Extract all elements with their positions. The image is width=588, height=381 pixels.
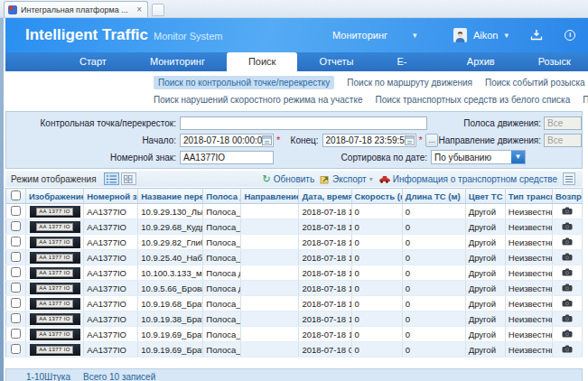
plate-photo-thumbnail[interactable]: AA 1377 IO	[30, 298, 80, 310]
cell-plate-image[interactable]: AA 1377 IO	[26, 265, 84, 281]
nav-tab-monitoring[interactable]: Мониторинг	[128, 52, 227, 71]
row-checkbox[interactable]	[11, 206, 21, 216]
col-image[interactable]: Изображение н	[26, 189, 84, 204]
refresh-button[interactable]: ↻ Обновить	[263, 173, 315, 185]
vehicle-info-button[interactable]: Информация о транспортном средстве	[378, 174, 557, 184]
cell-playback[interactable]	[552, 296, 582, 311]
table-row[interactable]: AA 1377 IO AA1377IO 10.9.19.68_Братисл П…	[6, 296, 583, 311]
cell-playback[interactable]	[552, 235, 582, 250]
row-checkbox[interactable]	[11, 283, 21, 293]
cell-playback[interactable]	[552, 250, 582, 265]
cell-plate-image[interactable]: AA 1377 IO	[26, 327, 84, 342]
col-plate[interactable]: Номерной знак	[84, 189, 138, 204]
row-checkbox[interactable]	[11, 329, 21, 339]
col-intersection[interactable]: Название перекр	[138, 189, 203, 204]
table-row[interactable]: AA 1377 IO AA1377IO 10.9.25.40_Набере По…	[6, 250, 583, 265]
row-checkbox[interactable]	[11, 221, 21, 231]
cell-plate-image[interactable]: AA 1377 IO	[26, 235, 84, 250]
cell-plate-image[interactable]: AA 1377 IO	[26, 342, 84, 358]
user-name[interactable]: Aikon	[473, 30, 499, 41]
table-settings-icon[interactable]	[563, 172, 575, 185]
plate-photo-thumbnail[interactable]: AA 1377 IO	[30, 252, 80, 264]
cell-playback[interactable]	[552, 281, 582, 296]
cell-playback[interactable]	[552, 204, 582, 219]
user-menu-chevron-icon[interactable]: ▾	[504, 31, 509, 40]
subnav-link-traffic-events[interactable]: Поиск события трафика	[583, 95, 588, 105]
nav-tab-emap[interactable]: Е-Карта	[375, 52, 444, 71]
export-dropdown-icon[interactable]: ▾	[369, 175, 373, 183]
subnav-link-whitelist[interactable]: Поиск транспортных средств из белого спи…	[375, 95, 570, 105]
plate-photo-thumbnail[interactable]: AA 1377 IO	[30, 221, 80, 233]
plate-photo-thumbnail[interactable]: AA 1377 IO	[30, 267, 80, 279]
col-length[interactable]: Длина ТС (м)	[402, 189, 465, 204]
col-speed[interactable]: Скорость (км/	[351, 189, 402, 204]
nav-tab-wanted[interactable]: Розыск	[517, 52, 588, 71]
browser-tab[interactable]: Интегральная платформа ... ×	[4, 1, 148, 17]
user-area: Aikon ▾ i	[453, 28, 575, 42]
module-selector[interactable]: Мониторинг ▾	[332, 30, 417, 41]
info-icon[interactable]: i	[565, 30, 575, 41]
nav-tab-reports[interactable]: Отчеты	[297, 52, 375, 71]
cell-playback[interactable]	[552, 327, 582, 342]
subnav-link-speed-violations[interactable]: Поиск нарушений скоростного режима на уч…	[154, 95, 362, 105]
plate-photo-thumbnail[interactable]: AA 1377 IO	[30, 344, 80, 356]
plate-photo-thumbnail[interactable]: AA 1377 IO	[30, 237, 80, 248]
row-checkbox[interactable]	[11, 267, 21, 277]
table-row[interactable]: AA 1377 IO AA1377IO 10.9.29.68_Кудрявс П…	[6, 219, 583, 235]
plate-photo-thumbnail[interactable]: AA 1377 IO	[30, 329, 80, 340]
export-button[interactable]: Экспорт ▾	[320, 174, 373, 184]
table-row[interactable]: AA 1377 IO AA1377IO 10.9.5.66_Броварс По…	[6, 281, 583, 296]
new-tab-button[interactable]	[152, 4, 164, 16]
row-checkbox[interactable]	[11, 252, 21, 262]
cell-plate-image[interactable]: AA 1377 IO	[26, 219, 84, 235]
table-row[interactable]: AA 1377 IO AA1377IO 10.9.19.69_Братисл П…	[6, 342, 583, 358]
subnav-link-route-search[interactable]: Поиск по маршруту движения	[347, 78, 472, 88]
col-lane[interactable]: Полоса дв	[203, 189, 241, 204]
table-row[interactable]: AA 1377 IO AA1377IO 10.9.19.38_Братисл П…	[6, 311, 583, 327]
col-direction[interactable]: Направление	[241, 189, 299, 204]
row-checkbox[interactable]	[11, 313, 21, 323]
subnav-link-wanted-events[interactable]: Поиск событий розыска	[485, 78, 585, 88]
cell-playback[interactable]	[552, 265, 582, 281]
col-color[interactable]: Цвет ТС	[465, 189, 505, 204]
cell-plate-image[interactable]: AA 1377 IO	[26, 296, 84, 311]
checkpoint-input[interactable]	[180, 116, 427, 130]
download-icon[interactable]	[530, 29, 543, 42]
more-options-button[interactable]: ...	[425, 134, 439, 147]
col-playback[interactable]: Возпрс	[552, 189, 582, 204]
cell-plate-image[interactable]: AA 1377 IO	[26, 250, 84, 265]
end-datetime-input[interactable]	[322, 134, 416, 147]
row-checkbox[interactable]	[11, 237, 21, 246]
cell-playback[interactable]	[552, 342, 582, 358]
table-row[interactable]: AA 1377 IO AA1377IO 10.9.29.130_Львівс П…	[6, 204, 583, 219]
cell-playback[interactable]	[552, 311, 582, 327]
view-mode-list-button[interactable]	[104, 172, 119, 185]
table-row[interactable]: AA 1377 IO AA1377IO 10.100.3.133_міст М …	[6, 265, 583, 281]
subnav-link-checkpoint-search[interactable]: Поиск по контрольной точке/перекрестку	[154, 76, 334, 89]
table-row[interactable]: AA 1377 IO AA1377IO 10.9.19.69_Братисл П…	[6, 327, 583, 342]
table-row[interactable]: AA 1377 IO AA1377IO 10.9.29.82_Глибочи П…	[6, 235, 583, 250]
view-mode-grid-button[interactable]	[121, 172, 136, 185]
select-all-checkbox[interactable]	[11, 190, 21, 200]
sort-order-select[interactable]: По убыванию ▼	[431, 150, 526, 164]
cell-plate-image[interactable]: AA 1377 IO	[26, 281, 84, 296]
nav-tab-search[interactable]: Поиск	[227, 52, 297, 71]
cell-type: Неизвестный	[505, 265, 552, 281]
start-datetime-input[interactable]	[180, 134, 274, 147]
calendar-icon[interactable]	[262, 135, 272, 145]
col-type[interactable]: Тип трансп	[505, 189, 552, 204]
plate-photo-thumbnail[interactable]: AA 1377 IO	[30, 313, 80, 325]
calendar-icon[interactable]	[405, 135, 415, 145]
tab-close-icon[interactable]: ×	[135, 5, 144, 14]
plate-number-input[interactable]	[180, 151, 274, 164]
cell-plate-image[interactable]: AA 1377 IO	[26, 204, 84, 219]
nav-tab-start[interactable]: Старт	[58, 52, 128, 71]
cell-plate-image[interactable]: AA 1377 IO	[26, 311, 84, 327]
plate-photo-thumbnail[interactable]: AA 1377 IO	[30, 206, 80, 218]
nav-tab-archive[interactable]: Архив	[445, 52, 517, 71]
row-checkbox[interactable]	[11, 344, 21, 354]
cell-playback[interactable]	[552, 219, 582, 235]
row-checkbox[interactable]	[11, 298, 21, 308]
plate-photo-thumbnail[interactable]: AA 1377 IO	[30, 283, 80, 294]
col-datetime[interactable]: Дата, время	[299, 189, 351, 204]
